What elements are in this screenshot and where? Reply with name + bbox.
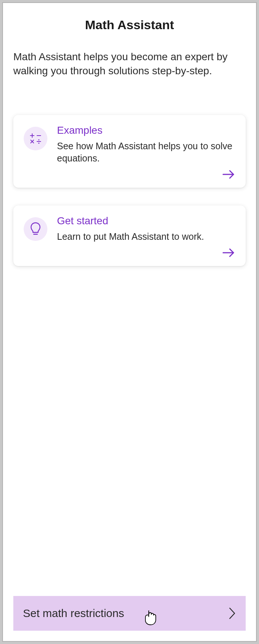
panel-description: Math Assistant helps you become an exper… [13,50,246,78]
cursor-icon [144,610,157,626]
examples-card[interactable]: Examples See how Math Assistant helps yo… [13,115,246,188]
svg-point-7 [38,142,39,143]
set-math-restrictions-button[interactable]: Set math restrictions [13,596,246,631]
panel-title: Math Assistant [13,18,246,32]
card-title: Get started [57,215,235,227]
chevron-right-icon [229,607,236,620]
card-description: See how Math Assistant helps you to solv… [57,140,235,165]
arrow-right-icon [24,248,235,258]
card-title: Examples [57,125,235,136]
math-assistant-panel: Math Assistant Math Assistant helps you … [2,2,257,642]
footer-button-label: Set math restrictions [23,607,124,620]
math-operators-icon [24,127,47,150]
arrow-right-icon [24,169,235,180]
get-started-card[interactable]: Get started Learn to put Math Assistant … [13,205,246,266]
svg-point-6 [38,139,39,140]
lightbulb-icon [24,217,47,241]
card-description: Learn to put Math Assistant to work. [57,231,235,243]
